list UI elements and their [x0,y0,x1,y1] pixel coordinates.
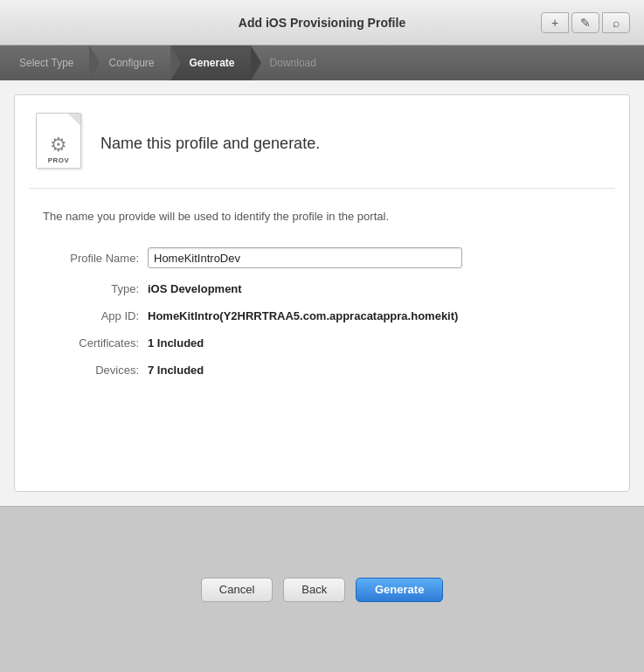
type-value: iOS Development [148,282,242,295]
profile-name-label: Profile Name: [43,252,148,265]
step-configure[interactable]: Configure [89,45,170,80]
breadcrumb: Select Type Configure Generate Download [0,45,644,80]
edit-button[interactable]: ✎ [571,12,599,33]
step-configure-label: Configure [108,57,154,69]
certificates-label: Certificates: [43,336,148,350]
form-row-certificates: Certificates: 1 Included [43,336,601,350]
panel-header: ⚙ PROV Name this profile and generate. [15,95,629,188]
cancel-button[interactable]: Cancel [201,578,273,602]
devices-value: 7 Included [148,364,204,377]
title-bar: Add iOS Provisioning Profile + ✎ ⌕ [0,0,644,45]
step-select-type-label: Select Type [19,57,73,69]
prov-icon: ⚙ PROV [36,113,87,174]
footer: Cancel Back Generate [0,506,644,672]
add-button[interactable]: + [541,12,569,33]
step-download-label: Download [270,57,316,69]
devices-label: Devices: [43,364,148,377]
window-title: Add iOS Provisioning Profile [239,16,405,30]
back-button[interactable]: Back [283,578,345,602]
app-id-label: App ID: [43,309,148,322]
search-button[interactable]: ⌕ [602,12,630,33]
prov-icon-paper: ⚙ PROV [36,113,81,169]
step-generate-label: Generate [190,57,235,69]
type-label: Type: [43,282,148,295]
prov-icon-fold [68,114,80,126]
form-row-type: Type: iOS Development [43,282,601,295]
generate-button[interactable]: Generate [356,578,443,602]
description-text: The name you provide will be used to ide… [43,210,601,223]
step-download[interactable]: Download [251,45,332,80]
panel-heading: Name this profile and generate. [100,135,320,153]
form-row-devices: Devices: 7 Included [43,364,601,377]
profile-name-input[interactable] [148,247,462,268]
main-content: ⚙ PROV Name this profile and generate. T… [0,80,644,506]
content-panel: ⚙ PROV Name this profile and generate. T… [14,94,630,492]
title-bar-buttons: + ✎ ⌕ [541,12,630,33]
certificates-value: 1 Included [148,336,204,350]
gear-icon: ⚙ [50,135,67,155]
prov-label: PROV [48,156,70,164]
form-row-app-id: App ID: HomeKitIntro(Y2HRRTRAA5.com.appr… [43,309,601,322]
panel-body: The name you provide will be used to ide… [15,189,629,491]
step-generate[interactable]: Generate [170,45,251,80]
form-row-profile-name: Profile Name: [43,247,601,268]
app-id-value: HomeKitIntro(Y2HRRTRAA5.com.appracatappr… [148,309,458,322]
step-select-type[interactable]: Select Type [0,45,89,80]
